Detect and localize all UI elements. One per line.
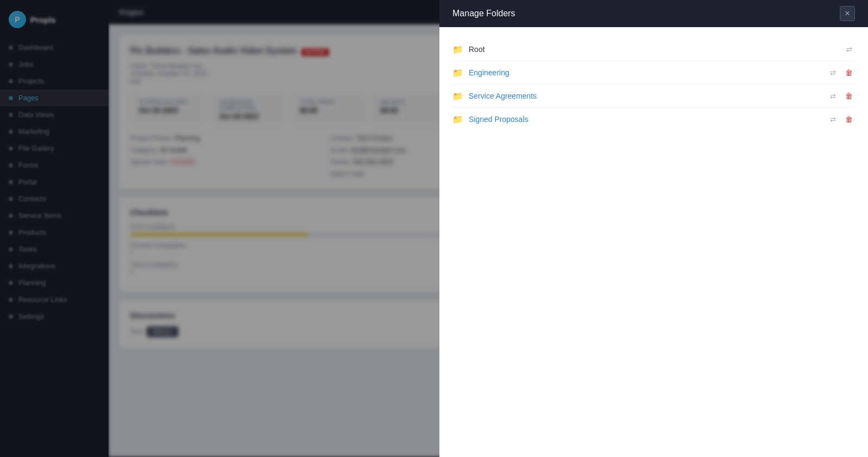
folder-left-service-agreements: 📁 Service Agreements	[452, 91, 537, 101]
folder-left-signed-proposals: 📁 Signed Proposals	[452, 114, 528, 125]
transfer-button-engineering[interactable]: ⇄	[827, 67, 839, 79]
folder-icon-engineering: 📁	[452, 68, 463, 78]
folder-actions-signed-proposals: ⇄ 🗑	[827, 113, 855, 125]
folder-left-engineering: 📁 Engineering	[452, 68, 509, 78]
folder-item-service-agreements: 📁 Service Agreements ⇄ 🗑	[452, 85, 855, 108]
folder-item-signed-proposals: 📁 Signed Proposals ⇄ 🗑	[452, 108, 855, 131]
folder-actions-root: ⇄	[843, 43, 855, 55]
folder-icon-service-agreements: 📁	[452, 91, 463, 101]
folder-name-engineering[interactable]: Engineering	[469, 68, 509, 77]
folder-item-root: 📁 Root ⇄	[452, 38, 855, 61]
folder-name-root[interactable]: Root	[469, 45, 485, 54]
folder-actions-engineering: ⇄ 🗑	[827, 67, 855, 79]
folder-actions-service-agreements: ⇄ 🗑	[827, 90, 855, 102]
delete-button-engineering[interactable]: 🗑	[843, 67, 855, 79]
folder-icon-signed-proposals: 📁	[452, 114, 463, 125]
manage-folders-modal: Manage Folders × 📁 Root ⇄ 📁 Engineering …	[439, 0, 868, 457]
folder-item-engineering: 📁 Engineering ⇄ 🗑	[452, 61, 855, 85]
transfer-button-service-agreements[interactable]: ⇄	[827, 90, 839, 102]
folder-name-signed-proposals[interactable]: Signed Proposals	[469, 115, 528, 124]
folder-left-root: 📁 Root	[452, 44, 485, 55]
folder-name-service-agreements[interactable]: Service Agreements	[469, 92, 537, 100]
modal-title: Manage Folders	[452, 9, 515, 18]
modal-close-button[interactable]: ×	[840, 6, 855, 21]
transfer-button-signed-proposals[interactable]: ⇄	[827, 113, 839, 125]
delete-button-service-agreements[interactable]: 🗑	[843, 90, 855, 102]
modal-body: 📁 Root ⇄ 📁 Engineering ⇄ 🗑 📁 Service Agr…	[439, 27, 868, 457]
modal-header: Manage Folders ×	[439, 0, 868, 27]
transfer-button-root[interactable]: ⇄	[843, 43, 855, 55]
delete-button-signed-proposals[interactable]: 🗑	[843, 113, 855, 125]
folder-icon-root: 📁	[452, 44, 463, 55]
